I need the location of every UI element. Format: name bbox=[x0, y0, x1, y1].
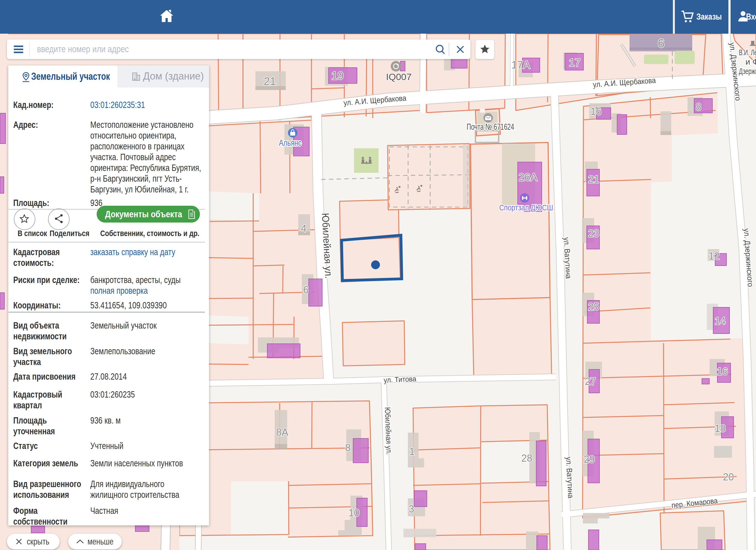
svg-text:23: 23 bbox=[588, 228, 599, 239]
svg-text:28: 28 bbox=[521, 453, 532, 464]
svg-text:8А: 8А bbox=[276, 427, 288, 438]
svg-text:ул. Титова: ул. Титова bbox=[384, 375, 417, 384]
svg-text:12: 12 bbox=[709, 250, 720, 262]
svg-text:17: 17 bbox=[569, 57, 580, 68]
svg-text:16: 16 bbox=[717, 366, 728, 377]
svg-text:Почта № 671624: Почта № 671624 bbox=[467, 122, 514, 132]
svg-text:Спортзал ДЮСШ: Спортзал ДЮСШ bbox=[499, 203, 553, 212]
svg-text:19: 19 bbox=[331, 70, 344, 82]
svg-text:25: 25 bbox=[588, 301, 599, 313]
svg-text:Альянс: Альянс bbox=[279, 138, 302, 148]
svg-text:18: 18 bbox=[715, 423, 726, 434]
svg-text:6: 6 bbox=[303, 284, 309, 295]
svg-text:6: 6 bbox=[658, 36, 664, 50]
svg-text:Юбилейная ул.: Юбилейная ул. bbox=[383, 407, 393, 455]
svg-text:3: 3 bbox=[409, 503, 414, 515]
svg-text:17А: 17А bbox=[511, 59, 530, 71]
svg-text:29: 29 bbox=[584, 454, 595, 465]
svg-text:21: 21 bbox=[264, 75, 276, 87]
svg-text:26А: 26А bbox=[519, 171, 537, 183]
svg-text:IQ007: IQ007 bbox=[386, 72, 412, 82]
svg-text:20: 20 bbox=[723, 471, 734, 483]
svg-text:14: 14 bbox=[715, 315, 726, 327]
svg-text:В.И. Ленина: В.И. Ленина bbox=[739, 48, 756, 57]
svg-text:21: 21 bbox=[588, 174, 599, 185]
svg-text:Дзержинского: Дзержинского bbox=[739, 67, 756, 76]
svg-text:10: 10 bbox=[348, 507, 360, 519]
svg-text:16: 16 bbox=[590, 106, 601, 117]
svg-text:8: 8 bbox=[345, 442, 351, 453]
svg-text:27: 27 bbox=[585, 376, 596, 387]
svg-text:1: 1 bbox=[409, 446, 415, 457]
svg-text:и Ф.: и Ф. bbox=[746, 57, 756, 66]
svg-text:4: 4 bbox=[301, 223, 306, 234]
svg-text:8: 8 bbox=[696, 101, 701, 113]
